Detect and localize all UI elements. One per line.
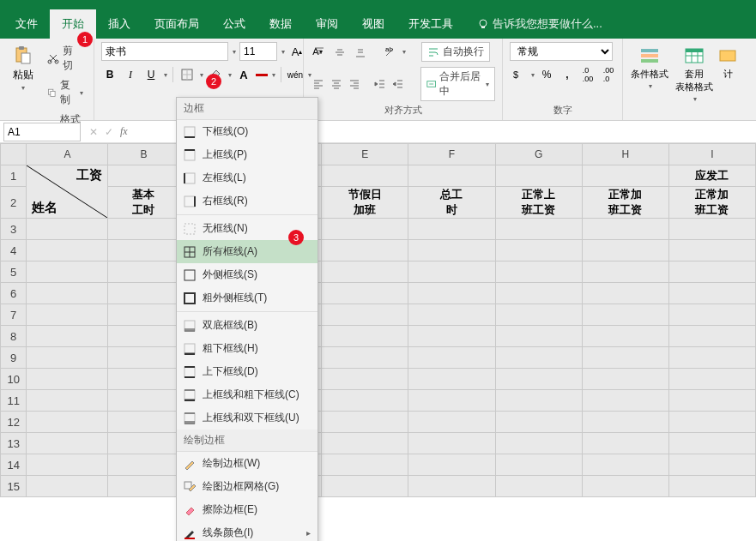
border-left-item[interactable]: 左框线(L): [177, 166, 318, 189]
tab-view[interactable]: 视图: [350, 9, 396, 39]
row-header[interactable]: 10: [1, 369, 27, 390]
row-header[interactable]: 3: [1, 219, 27, 240]
cell[interactable]: [582, 165, 668, 187]
col-header[interactable]: F: [408, 144, 495, 165]
cancel-icon[interactable]: ✕: [89, 126, 98, 138]
bold-button[interactable]: B: [101, 66, 118, 83]
row-header[interactable]: 7: [1, 304, 27, 326]
border-right-item[interactable]: 右框线(R): [177, 189, 318, 213]
border-bottom-item[interactable]: 下框线(O): [177, 120, 318, 143]
tab-pagelayout[interactable]: 页面布局: [142, 9, 211, 39]
border-thick-bottom-item[interactable]: 粗下框线(H): [177, 337, 318, 360]
cell-styles-button[interactable]: 计: [719, 42, 736, 84]
row-header[interactable]: 8: [1, 326, 27, 347]
cell[interactable]: 基本 工时: [108, 187, 179, 219]
row-header[interactable]: 2: [1, 187, 27, 219]
align-center-button[interactable]: [329, 75, 343, 93]
row-header[interactable]: 6: [1, 283, 27, 304]
number-format-select[interactable]: 常规: [510, 42, 613, 61]
border-thickout-icon: [184, 292, 196, 304]
tab-insert[interactable]: 插入: [96, 9, 142, 39]
tab-developer[interactable]: 开发工具: [396, 9, 465, 39]
underline-button[interactable]: U: [142, 66, 160, 83]
phonetic-button[interactable]: wén: [287, 66, 304, 83]
col-header[interactable]: E: [322, 144, 408, 165]
font-color-button[interactable]: A: [235, 66, 252, 83]
border-thick-outside-item[interactable]: 粗外侧框线(T): [177, 286, 318, 310]
draw-border-item[interactable]: 绘制边框(W): [177, 452, 318, 475]
fx-icon[interactable]: fx: [120, 125, 128, 138]
row-header[interactable]: 11: [1, 390, 27, 412]
col-header[interactable]: G: [495, 144, 582, 165]
erase-border-item[interactable]: 擦除边框(E): [177, 498, 318, 521]
cell[interactable]: 正常加 班工资: [582, 187, 668, 219]
border-outside-item[interactable]: 外侧框线(S): [177, 263, 318, 286]
row-header[interactable]: 13: [1, 433, 27, 454]
cell[interactable]: 总工 时: [408, 187, 495, 219]
border-top-bottom-item[interactable]: 上下框线(D): [177, 360, 318, 383]
draw-border-grid-item[interactable]: 绘图边框网格(G): [177, 475, 318, 498]
font-size-select[interactable]: [239, 42, 277, 61]
row-header[interactable]: 9: [1, 347, 27, 369]
cell[interactable]: 工资 姓名: [27, 165, 108, 219]
cell[interactable]: 正常上 班工资: [495, 187, 582, 219]
decrease-indent-button[interactable]: [373, 75, 388, 93]
table-format-button[interactable]: 套用 表格格式▾: [674, 42, 714, 106]
wrap-text-button[interactable]: 自动换行: [421, 42, 490, 62]
row-header[interactable]: 12: [1, 412, 27, 433]
decrease-decimal-button[interactable]: .00.0: [600, 66, 617, 83]
wrap-icon: [427, 46, 439, 58]
paste-button[interactable]: 粘贴 ▾: [7, 42, 39, 95]
border-button[interactable]: [178, 66, 196, 83]
row-header[interactable]: 1: [1, 165, 27, 187]
currency-button[interactable]: $: [510, 66, 527, 83]
cell[interactable]: 正常加 班工资: [668, 187, 755, 219]
row-header[interactable]: 15: [1, 476, 27, 497]
row-header[interactable]: 4: [1, 240, 27, 261]
tab-review[interactable]: 审阅: [304, 9, 350, 39]
col-header[interactable]: I: [668, 144, 755, 165]
select-all-corner[interactable]: [1, 144, 27, 165]
increase-indent-button[interactable]: [391, 75, 406, 93]
border-top-doublebottom-item[interactable]: 上框线和双下框线(U): [177, 406, 318, 430]
col-header[interactable]: A: [27, 144, 108, 165]
cell[interactable]: [108, 165, 179, 187]
tab-formulas[interactable]: 公式: [211, 9, 257, 39]
tab-data[interactable]: 数据: [257, 9, 304, 39]
copy-button[interactable]: 复制▾: [44, 76, 87, 109]
merge-center-button[interactable]: 合并后居中▾: [420, 67, 495, 101]
cell[interactable]: 节假日 加班: [322, 187, 408, 219]
line-color-item[interactable]: 线条颜色(I): [177, 521, 318, 541]
cell[interactable]: 应发工: [668, 165, 755, 187]
cut-button[interactable]: 剪切: [44, 42, 87, 75]
align-left-button[interactable]: [311, 75, 325, 93]
comma-button[interactable]: ,: [559, 66, 576, 83]
cell[interactable]: [495, 165, 582, 187]
align-bottom-button[interactable]: [352, 44, 369, 61]
tell-me[interactable]: 告诉我您想要做什么...: [465, 9, 614, 39]
cell[interactable]: [408, 165, 495, 187]
border-double-bottom-item[interactable]: 双底框线(B): [177, 314, 318, 337]
col-header[interactable]: H: [582, 144, 668, 165]
align-right-button[interactable]: [347, 75, 361, 93]
increase-decimal-button[interactable]: .0.00: [579, 66, 596, 83]
cell[interactable]: [322, 165, 408, 187]
conditional-format-button[interactable]: 条件格式▾: [630, 42, 669, 93]
percent-button[interactable]: %: [538, 66, 555, 83]
row-header[interactable]: 14: [1, 454, 27, 476]
orientation-button[interactable]: ab: [381, 44, 398, 61]
increase-font-button[interactable]: A▴: [288, 43, 305, 60]
spreadsheet-grid[interactable]: A B C D E F G H I 1 工资 姓名 正时 应发工 2 基本 工时…: [0, 143, 756, 497]
border-top-item[interactable]: 上框线(P): [177, 143, 318, 166]
border-top-thickbottom-item[interactable]: 上框线和粗下框线(C): [177, 383, 318, 406]
font-name-select[interactable]: [101, 42, 228, 61]
tab-file[interactable]: 文件: [3, 9, 50, 39]
name-box[interactable]: [3, 123, 81, 141]
align-middle-button[interactable]: [331, 44, 348, 61]
eraser-icon: [184, 504, 196, 516]
row-header[interactable]: 5: [1, 261, 27, 283]
enter-icon[interactable]: ✓: [105, 126, 113, 138]
col-header[interactable]: B: [108, 144, 179, 165]
italic-button[interactable]: I: [122, 66, 139, 83]
align-top-button[interactable]: [311, 44, 328, 61]
